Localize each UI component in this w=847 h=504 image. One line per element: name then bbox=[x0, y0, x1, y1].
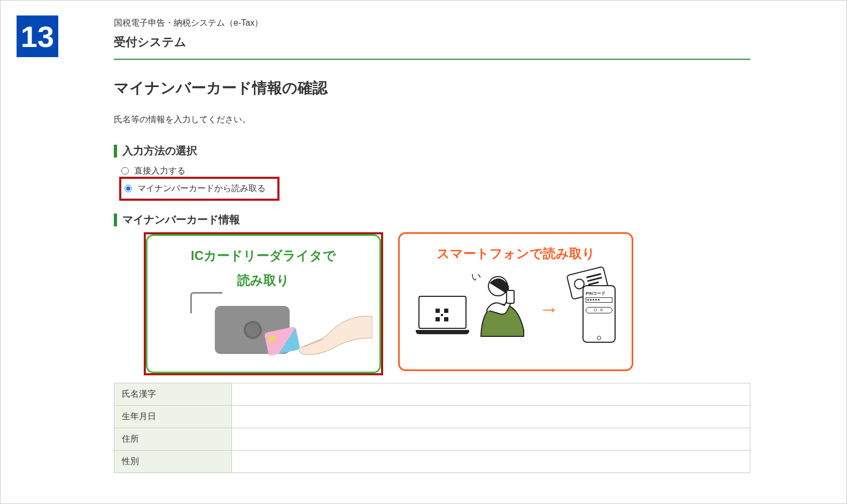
table-row: 性別 bbox=[114, 451, 750, 473]
arrow-right-icon: → bbox=[539, 298, 559, 321]
smartphone-icon: PINコード O K bbox=[582, 285, 616, 343]
cell-value-address bbox=[232, 428, 750, 451]
cell-value-birthdate bbox=[232, 406, 750, 428]
cell-label-birthdate: 生年月日 bbox=[114, 406, 232, 428]
smartphone-illustration: い → bbox=[408, 269, 623, 338]
page-description: 氏名等の情報を入力してください。 bbox=[114, 114, 750, 125]
cell-label-name: 氏名漢字 bbox=[114, 383, 232, 406]
option-title: スマートフォンで読み取り bbox=[408, 241, 623, 266]
cell-label-address: 住所 bbox=[114, 428, 232, 451]
option-ic-card-reader[interactable]: ICカードリーダライタで 読み取り bbox=[146, 234, 381, 373]
system-name-line: 国税電子申告・納税システム（e-Tax） bbox=[114, 18, 750, 29]
person-icon bbox=[465, 273, 529, 337]
hand-icon bbox=[292, 311, 372, 359]
highlight-selected-option: ICカードリーダライタで 読み取り bbox=[144, 232, 383, 375]
header-divider bbox=[114, 59, 750, 60]
section-heading-card-info: マイナンバーカード情報 bbox=[114, 212, 750, 227]
ic-reader-illustration bbox=[156, 295, 371, 365]
radio-icon-checked bbox=[125, 185, 132, 192]
cell-value-gender bbox=[232, 451, 750, 473]
table-row: 氏名漢字 bbox=[114, 383, 750, 406]
table-row: 生年月日 bbox=[114, 406, 750, 428]
cell-value-name bbox=[232, 383, 750, 406]
highlight-selected-radio: マイナンバーカードから読み取る bbox=[119, 177, 279, 201]
section-heading-input-method: 入力方法の選択 bbox=[114, 144, 750, 158]
section-heading-text: マイナンバーカード情報 bbox=[122, 212, 240, 227]
step-number-badge: 13 bbox=[17, 15, 58, 57]
option-title: ICカードリーダライタで 読み取り bbox=[156, 243, 371, 292]
svg-rect-0 bbox=[507, 290, 514, 303]
laptop-icon bbox=[416, 296, 469, 337]
radio-label: マイナンバーカードから読み取る bbox=[137, 184, 266, 193]
cell-label-gender: 性別 bbox=[114, 451, 232, 473]
section-bar-icon bbox=[114, 145, 117, 158]
table-row: 住所 bbox=[114, 428, 750, 451]
option-smartphone-read[interactable]: スマートフォンで読み取り い bbox=[398, 232, 633, 371]
content-area: 国税電子申告・納税システム（e-Tax） 受付システム マイナンバーカード情報の… bbox=[114, 1, 750, 473]
radio-option-direct-input[interactable]: 直接入力する bbox=[119, 163, 750, 177]
radio-label: 直接入力する bbox=[134, 166, 185, 175]
page-container: 13 国税電子申告・納税システム（e-Tax） 受付システム マイナンバーカード… bbox=[0, 0, 847, 504]
system-title: 受付システム bbox=[114, 34, 750, 50]
card-info-table: 氏名漢字 生年月日 住所 性別 bbox=[114, 383, 750, 473]
radio-icon bbox=[121, 167, 129, 175]
section-heading-text: 入力方法の選択 bbox=[122, 144, 197, 158]
section-bar-icon bbox=[114, 214, 117, 226]
radio-option-read-from-card[interactable]: マイナンバーカードから読み取る bbox=[122, 180, 272, 198]
page-title: マイナンバーカード情報の確認 bbox=[114, 78, 750, 98]
